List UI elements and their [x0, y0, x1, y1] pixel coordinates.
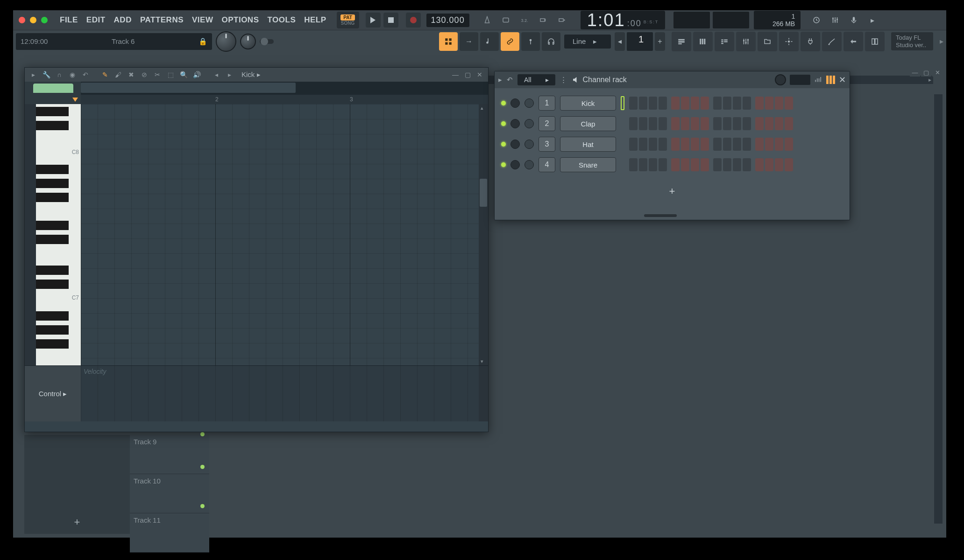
menu-help[interactable]: HELP [300, 14, 330, 27]
control-label[interactable]: Control ▸ [25, 366, 81, 421]
step-button[interactable] [733, 138, 741, 151]
select-tool-icon[interactable]: ⬚ [165, 69, 176, 80]
snap-selector[interactable]: Line ▸ [564, 35, 611, 49]
step-sequencer-button[interactable] [439, 32, 458, 51]
step-button[interactable] [765, 117, 773, 130]
mute-tool-icon[interactable]: ⊘ [139, 69, 150, 80]
stop-button[interactable] [383, 13, 398, 28]
minimize-window-button[interactable] [30, 17, 36, 23]
add-channel-button[interactable]: + [495, 185, 850, 197]
swing-display[interactable] [790, 75, 810, 85]
step-button[interactable] [649, 97, 657, 110]
menu-tools[interactable]: TOOLS [263, 14, 299, 27]
menu-add[interactable]: ADD [110, 14, 135, 27]
menu-options[interactable]: OPTIONS [218, 14, 262, 27]
song-position-display[interactable]: 1:01 :00 B:S:T [581, 11, 666, 29]
step-meters-icon[interactable] [826, 76, 835, 84]
delete-tool-icon[interactable]: ✖ [126, 69, 137, 80]
chevron-right-icon[interactable]: ▸ [864, 12, 881, 28]
switch-toggle[interactable] [260, 39, 274, 44]
step-button[interactable] [691, 97, 699, 110]
piano-roll-note-grid[interactable] [81, 104, 479, 365]
metronome-icon[interactable] [478, 13, 496, 28]
step-button[interactable] [639, 138, 647, 151]
step-button[interactable] [723, 97, 731, 110]
hscroll-thumb[interactable] [81, 83, 296, 93]
step-button[interactable] [775, 158, 783, 171]
step-button[interactable] [743, 117, 751, 130]
undo-history-icon[interactable] [808, 12, 825, 28]
step-button[interactable] [733, 158, 741, 171]
step-button[interactable] [639, 158, 647, 171]
channel-name-button[interactable]: Clap [560, 116, 616, 131]
step-button[interactable] [733, 97, 741, 110]
chevron-right-icon[interactable]: ▸ [940, 37, 943, 46]
pattern-song-toggle[interactable]: PAT SONG [337, 12, 359, 28]
step-button[interactable] [681, 138, 689, 151]
step-button[interactable] [649, 138, 657, 151]
minimize-icon[interactable]: — [910, 68, 920, 77]
step-button[interactable] [691, 158, 699, 171]
step-button[interactable] [649, 117, 657, 130]
channel-volume-knob[interactable] [525, 119, 534, 128]
step-button[interactable] [681, 158, 689, 171]
step-button[interactable] [629, 117, 638, 130]
step-button[interactable] [671, 97, 680, 110]
step-button[interactable] [659, 158, 667, 171]
channel-filter-selector[interactable]: All ▸ [517, 74, 555, 85]
maximize-icon[interactable]: ▢ [921, 68, 931, 77]
channel-mixer-track[interactable]: 3 [539, 137, 555, 152]
cpu-memory-display[interactable]: 1 266 MB [754, 11, 801, 29]
channel-rack-hscroll[interactable] [644, 214, 677, 217]
step-button[interactable] [733, 117, 741, 130]
step-button[interactable] [713, 138, 722, 151]
maximize-icon[interactable]: ▢ [462, 70, 473, 79]
step-button[interactable] [691, 117, 699, 130]
menu-patterns[interactable]: PATTERNS [136, 14, 187, 27]
step-button[interactable] [629, 158, 638, 171]
play-button[interactable] [366, 13, 381, 28]
step-button[interactable] [755, 117, 764, 130]
midi-settings-icon[interactable] [827, 12, 844, 28]
menu-file[interactable]: FILE [56, 14, 82, 27]
piano-roll-hscroll[interactable] [81, 82, 488, 95]
playlist-window-button[interactable] [672, 32, 691, 51]
chevron-right-icon[interactable]: ▸ [224, 69, 235, 80]
step-button[interactable] [701, 97, 709, 110]
step-button[interactable] [775, 97, 783, 110]
wrench-icon[interactable]: 🔧 [41, 69, 52, 80]
step-button[interactable] [785, 158, 793, 171]
countdown-icon[interactable]: 3.2. [515, 13, 534, 28]
channel-mixer-track[interactable]: 4 [539, 157, 555, 172]
step-button[interactable] [723, 138, 731, 151]
piano-keyboard[interactable]: C8 C7 [25, 104, 81, 365]
plugin-database-button[interactable] [801, 32, 820, 51]
pattern-number-display[interactable]: 1 [627, 32, 653, 51]
playlist-track-header[interactable]: Track 11 [130, 513, 209, 553]
channel-mixer-track[interactable]: 1 [539, 96, 555, 111]
step-button[interactable] [785, 97, 793, 110]
zoom-tool-icon[interactable]: 🔍 [178, 69, 189, 80]
tempo-tap-button[interactable] [779, 32, 799, 51]
step-button[interactable] [785, 117, 793, 130]
master-volume-knob[interactable] [216, 31, 236, 52]
step-button[interactable] [785, 138, 793, 151]
magnet-icon[interactable]: ∩ [54, 69, 65, 80]
step-button[interactable] [629, 138, 638, 151]
channel-pan-knob[interactable] [510, 119, 520, 128]
step-button[interactable] [701, 117, 709, 130]
draw-tool-icon[interactable]: ✎ [99, 69, 111, 80]
chevron-left-icon[interactable]: ◂ [211, 69, 222, 80]
pattern-next-button[interactable]: + [655, 32, 665, 51]
minimize-icon[interactable]: — [450, 70, 461, 79]
undo-icon[interactable]: ↶ [507, 76, 513, 84]
browser-window-button[interactable] [758, 32, 777, 51]
graph-icon[interactable] [814, 76, 822, 84]
menu-dropdown-icon[interactable]: ▸ [28, 69, 39, 80]
piano-roll-timeline[interactable]: 2 3 [81, 95, 488, 104]
step-button[interactable] [701, 138, 709, 151]
menu-view[interactable]: VIEW [188, 14, 217, 27]
step-button[interactable] [743, 138, 751, 151]
paint-tool-icon[interactable]: 🖌 [113, 69, 124, 80]
playhead-marker-icon[interactable] [72, 98, 78, 102]
